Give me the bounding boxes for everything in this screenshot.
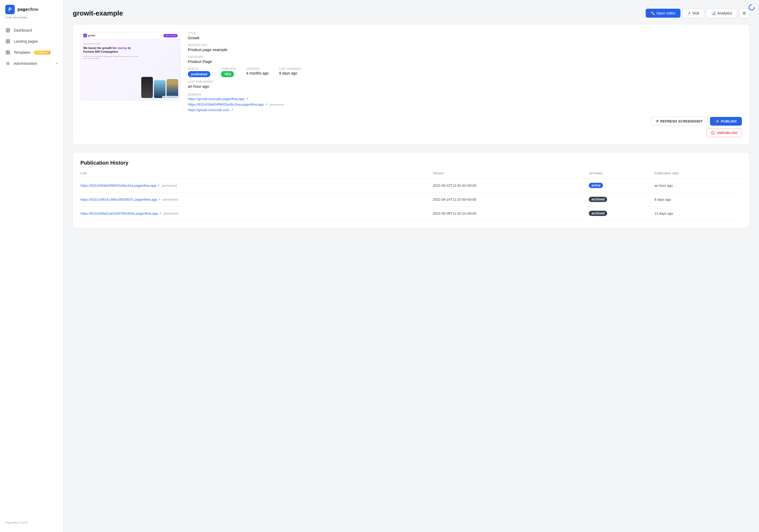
- history-title: Publication History: [80, 160, 742, 166]
- chart-icon: 📊: [711, 11, 716, 15]
- sidebar-item-administration[interactable]: Administration ▾: [0, 58, 63, 69]
- history-link-1[interactable]: https://6321c5f61614f8e20926837c.pagenfl…: [80, 193, 433, 207]
- svg-rect-8: [6, 51, 8, 52]
- category-value: Product Page: [188, 59, 742, 64]
- external-link-icon: ↗: [158, 198, 161, 201]
- permanent-tag: permanent: [163, 198, 178, 202]
- svg-point-12: [7, 63, 9, 64]
- title-label: TITLE: [188, 32, 742, 35]
- svg-rect-5: [8, 40, 10, 41]
- table-row: https://632c63fa604f96f25e0bc2ea.pagenfl…: [80, 178, 742, 193]
- external-link-icon: ↗: [157, 184, 159, 187]
- table-row: https://631b269e2caf3c69790c904a.pagenfl…: [80, 207, 742, 220]
- project-info: TITLE Growit DESCRIPTION Product page ex…: [188, 32, 742, 137]
- sidebar-item-landing-pages[interactable]: Landing pages: [0, 36, 63, 47]
- refresh-icon: ↺: [656, 119, 659, 123]
- status-label: STATUS: [188, 67, 210, 70]
- col-link: Link: [80, 171, 433, 178]
- sidebar-logo: P pagenflow: [0, 0, 63, 16]
- svg-rect-0: [6, 28, 8, 30]
- main-content: growit-example ✏️ Open editor ↗ Visit 📊 …: [63, 0, 759, 532]
- history-version-1: 2022-09-14T12:15:50+00:00: [433, 193, 589, 207]
- col-date: Publication date: [655, 171, 742, 178]
- admin-icon: [5, 61, 11, 66]
- history-status-0: active: [589, 178, 655, 193]
- template-label: TEMPLATE: [221, 67, 236, 70]
- domain-link-2[interactable]: https://632c63fa604f96f25e0bc2ea.pagenfl…: [188, 102, 742, 106]
- svg-rect-3: [8, 30, 10, 32]
- svg-rect-1: [8, 28, 10, 30]
- col-archived: Archived: [589, 171, 655, 178]
- description-value: Product page example: [188, 47, 742, 52]
- sidebar: P pagenflow Code free builder Dashboard: [0, 0, 63, 532]
- history-version-2: 2022-09-09T11:42:22+00:00: [433, 207, 589, 220]
- grid-icon: [5, 28, 11, 33]
- history-link-0[interactable]: https://632c63fa604f96f25e0bc2ea.pagenfl…: [80, 178, 433, 193]
- svg-rect-10: [6, 53, 8, 54]
- loading-spinner: [748, 4, 755, 11]
- unpublish-button[interactable]: 🚫 UNPUBLISH: [706, 129, 742, 137]
- last-changes-value: 8 days ago: [279, 71, 301, 75]
- sidebar-item-label: Landing pages: [14, 39, 38, 44]
- sidebar-nav: Dashboard Landing pages: [0, 23, 63, 517]
- sidebar-item-templates[interactable]: Templates ⭐ Creator: [0, 47, 63, 58]
- svg-rect-2: [6, 30, 8, 32]
- history-link-2[interactable]: https://631b269e2caf3c69790c904a.pagenfl…: [80, 207, 433, 220]
- history-table: Link Version Archived Publication date h…: [80, 171, 742, 220]
- permanent-tag: permanent: [162, 184, 177, 187]
- domains-section: DOMAINS https://growit-example.pagenflow…: [188, 93, 742, 112]
- svg-rect-9: [8, 51, 10, 52]
- sidebar-item-dashboard[interactable]: Dashboard: [0, 25, 63, 36]
- permanent-tag: permanent: [163, 212, 179, 215]
- header-actions: ✏️ Open editor ↗ Visit 📊 Analytics ⚙: [646, 9, 749, 18]
- domain-link-3[interactable]: https://growit.ovnicode.com ↗: [188, 108, 742, 112]
- external-link-icon: ↗: [688, 11, 691, 15]
- external-link-icon: ↗: [159, 212, 161, 215]
- refresh-screenshot-button[interactable]: ↺ REFRESH SCREENSHOT: [651, 117, 707, 126]
- template-badge: YES: [221, 71, 234, 77]
- pages-icon: [5, 39, 11, 44]
- unpublish-icon: 🚫: [711, 131, 715, 135]
- project-card: A growit Get In Touch turbocharge your g…: [73, 24, 749, 145]
- open-editor-button[interactable]: ✏️ Open editor: [646, 9, 680, 18]
- status-row: STATUS published TEMPLATE YES CREATED 4 …: [188, 67, 742, 77]
- analytics-button[interactable]: 📊 Analytics: [706, 9, 737, 18]
- last-publishing-value: an hour ago: [188, 84, 742, 89]
- sidebar-footer: Pagenflow ©2022: [0, 517, 63, 528]
- page-title: growit-example: [73, 9, 123, 18]
- sidebar-item-label: Administration: [14, 61, 37, 65]
- svg-rect-6: [6, 42, 8, 43]
- status-badge: archived: [589, 197, 607, 202]
- templates-icon: [5, 50, 11, 55]
- created-value: 4 months ago: [246, 71, 268, 75]
- col-version: Version: [433, 171, 589, 178]
- history-date-0: an hour ago: [655, 178, 742, 193]
- domain-link-1[interactable]: https://growit-example.pagenflow.app ↗: [188, 97, 742, 101]
- domain-url-2: https://632c63fa604f96f25e0bc2ea.pagenfl…: [188, 102, 264, 106]
- action-row: ↺ REFRESH SCREENSHOT ⚡ PUBLISH: [188, 117, 742, 126]
- history-status-2: archived: [589, 207, 655, 220]
- last-changes-label: LAST CHANGES: [279, 67, 301, 70]
- edit-icon: ✏️: [651, 11, 655, 15]
- external-icon-2: ↗: [265, 103, 267, 106]
- gear-icon: ⚙: [743, 11, 746, 15]
- domain-url-3: https://growit.ovnicode.com: [188, 108, 229, 112]
- status-badge: published: [188, 71, 210, 77]
- table-row: https://6321c5f61614f8e20926837c.pagenfl…: [80, 193, 742, 207]
- svg-rect-11: [8, 53, 10, 54]
- history-version-0: 2022-09-22T13:32:42+00:00: [433, 178, 589, 193]
- external-icon-1: ↗: [246, 97, 248, 100]
- permanent-badge-1: permanent: [270, 103, 284, 106]
- project-detail: A growit Get In Touch turbocharge your g…: [80, 32, 742, 137]
- page-header: growit-example ✏️ Open editor ↗ Visit 📊 …: [73, 9, 749, 18]
- last-publishing-label: LAST PUBLISHING: [188, 80, 742, 83]
- publish-button[interactable]: ⚡ PUBLISH: [710, 117, 742, 126]
- sidebar-item-label: Templates: [14, 50, 30, 55]
- external-icon-3: ↗: [231, 108, 233, 112]
- project-preview: A growit Get In Touch turbocharge your g…: [80, 32, 180, 100]
- svg-rect-7: [8, 42, 10, 43]
- visit-button[interactable]: ↗ Visit: [683, 9, 704, 18]
- settings-button[interactable]: ⚙: [739, 9, 749, 18]
- publish-icon: ⚡: [715, 119, 719, 123]
- logo-icon: P: [5, 5, 15, 14]
